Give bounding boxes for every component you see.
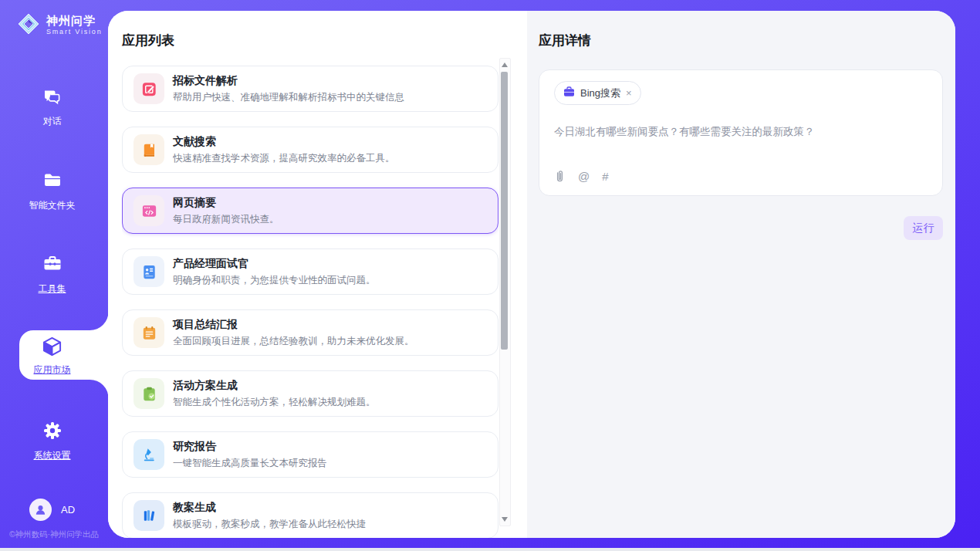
book-icon — [133, 134, 164, 165]
web-code-icon — [133, 195, 164, 226]
app-list-scrollbar[interactable] — [499, 58, 511, 526]
app-detail-title: 应用详情 — [539, 32, 943, 49]
app-logo: 神州问学 Smart Vision — [17, 12, 102, 39]
attachment-toolbar: @ # — [554, 170, 928, 183]
app-card-pm-interviewer[interactable]: 产品经理面试官 明确身份和职责，为您提供专业性的面试问题。 — [122, 248, 498, 295]
app-card-project-summary[interactable]: 项目总结汇报 全面回顾项目进展，总结经验教训，助力未来优化发展。 — [122, 309, 498, 356]
app-card-event-plan[interactable]: 活动方案生成 智能生成个性化活动方案，轻松解决规划难题。 — [122, 370, 498, 417]
app-card-title: 项目总结汇报 — [173, 318, 414, 332]
app-card-web-summary[interactable]: 网页摘要 每日政府新闻资讯快查。 — [122, 188, 498, 234]
logo-title: 神州问学 — [46, 15, 102, 28]
scroll-down-button[interactable] — [502, 517, 508, 522]
app-card-desc: 一键智能生成高质量长文本研究报告 — [173, 457, 327, 470]
app-card-desc: 明确身份和职责，为您提供专业性的面试问题。 — [173, 274, 376, 287]
sidebar-item-chat[interactable]: 对话 — [0, 87, 104, 128]
briefcase-icon — [563, 86, 575, 100]
prompt-input[interactable]: 今日湖北有哪些新闻要点？有哪些需要关注的最新政策？ — [554, 124, 928, 170]
tool-chip-bing-search[interactable]: Bing搜索 × — [554, 81, 641, 105]
scrollbar-thumb[interactable] — [501, 72, 508, 350]
app-card-title: 文献搜索 — [173, 135, 395, 149]
sidebar-item-label: 智能文件夹 — [29, 199, 76, 212]
toolbox-icon — [42, 254, 63, 277]
window-bottom-edge — [0, 548, 980, 551]
app-card-desc: 快速精准查找学术资源，提高研究效率的必备工具。 — [173, 152, 395, 165]
run-row: 运行 — [539, 216, 943, 240]
app-card-desc: 帮助用户快速、准确地理解和解析招标书中的关键信息 — [173, 91, 404, 104]
app-card-title: 产品经理面试官 — [173, 257, 376, 271]
logo-subtitle: Smart Vision — [46, 29, 102, 36]
app-card-desc: 智能生成个性化活动方案，轻松解决规划难题。 — [173, 396, 376, 409]
app-card-title: 活动方案生成 — [173, 379, 376, 393]
resume-icon — [133, 256, 164, 287]
paperclip-icon[interactable] — [554, 170, 566, 183]
chip-close-icon[interactable]: × — [626, 88, 632, 98]
app-card-title: 教案生成 — [173, 501, 366, 515]
avatar — [29, 499, 52, 521]
app-card-literature-search[interactable]: 文献搜索 快速精准查找学术资源，提高研究效率的必备工具。 — [122, 127, 498, 173]
app-card-lesson-plan[interactable]: 教案生成 模板驱动，教案秒成，教学准备从此轻松快捷 — [122, 492, 498, 538]
sidebar-item-settings[interactable]: 系统设置 — [0, 421, 104, 462]
app-list-panel: 应用列表 招标文件解析 帮助用户快速、准确地理解和解析招标书中的关键信息 — [108, 11, 527, 538]
report-note-icon — [133, 317, 164, 348]
sidebar-footer: ©神州数码·神州问学出品 — [0, 529, 108, 540]
sidebar-item-label: 对话 — [43, 115, 62, 128]
app-card-desc: 模板驱动，教案秒成，教学准备从此轻松快捷 — [173, 518, 366, 531]
microscope-icon — [133, 439, 164, 470]
app-detail-panel: 应用详情 Bing搜索 × 今日湖北有哪些新闻要点？有哪些需要关注的最新政策？ — [527, 11, 955, 538]
chat-icon — [42, 87, 62, 110]
app-card-desc: 全面回顾项目进展，总结经验教训，助力未来优化发展。 — [173, 335, 414, 348]
prompt-card: Bing搜索 × 今日湖北有哪些新闻要点？有哪些需要关注的最新政策？ @ # — [539, 69, 943, 196]
app-card-research-report[interactable]: 研究报告 一键智能生成高质量长文本研究报告 — [122, 431, 498, 478]
app-card-title: 招标文件解析 — [173, 74, 404, 88]
app-card-bid-parse[interactable]: 招标文件解析 帮助用户快速、准确地理解和解析招标书中的关键信息 — [122, 66, 498, 112]
sidebar-item-toolset[interactable]: 工具集 — [0, 254, 104, 296]
user-name: AD — [61, 504, 75, 516]
tool-chip-label: Bing搜索 — [580, 86, 620, 100]
sidebar-item-label: 系统设置 — [34, 449, 71, 462]
edit-document-icon — [133, 73, 164, 104]
sidebar-item-label: 工具集 — [39, 282, 66, 296]
main-panel: 应用列表 招标文件解析 帮助用户快速、准确地理解和解析招标书中的关键信息 — [108, 11, 955, 538]
gear-icon — [42, 421, 63, 444]
sidebar-item-label: 应用市场 — [34, 363, 71, 377]
user-account[interactable]: AD — [0, 499, 104, 521]
cube-icon — [42, 336, 63, 360]
folder-icon — [42, 171, 63, 194]
app-card-list: 招标文件解析 帮助用户快速、准确地理解和解析招标书中的关键信息 文献搜索 快速精… — [122, 66, 498, 538]
sidebar-item-smart-folder[interactable]: 智能文件夹 — [0, 171, 104, 212]
run-button[interactable]: 运行 — [904, 216, 943, 240]
books-icon — [133, 500, 164, 531]
app-card-title: 网页摘要 — [173, 196, 279, 210]
app-card-title: 研究报告 — [173, 440, 327, 454]
hash-icon[interactable]: # — [602, 170, 608, 183]
app-card-desc: 每日政府新闻资讯快查。 — [173, 213, 279, 226]
logo-diamond-icon — [17, 12, 40, 39]
scroll-up-button[interactable] — [502, 63, 508, 67]
sidebar: 神州问学 Smart Vision 对话 智能文件夹 — [0, 0, 108, 551]
app-list-title: 应用列表 — [122, 32, 174, 49]
clipboard-check-icon — [133, 378, 164, 409]
mention-icon[interactable]: @ — [578, 170, 590, 183]
sidebar-item-app-market[interactable]: 应用市场 — [0, 332, 104, 380]
person-icon — [34, 503, 47, 516]
